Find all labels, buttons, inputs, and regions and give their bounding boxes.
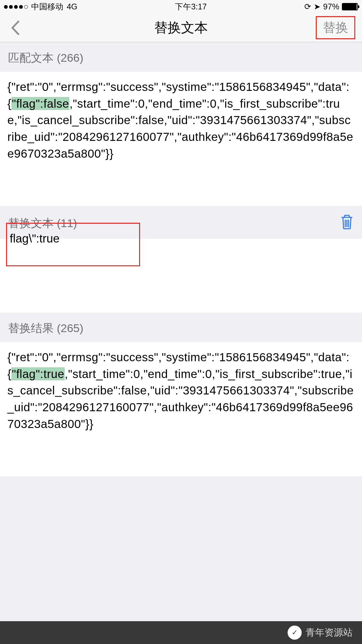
carrier-label: 中国移动 [31, 1, 63, 12]
result-highlight: "flag":true [11, 367, 65, 380]
status-bar: 中国移动 4G 下午3:17 ⟳ ➤ 97% [0, 0, 362, 13]
nav-bar: 替换文本 替换 [0, 13, 362, 42]
replace-input-area: flag\":true [0, 239, 362, 313]
wechat-icon: ✓ [288, 626, 302, 640]
match-highlight: "flag":false [11, 97, 69, 110]
result-section-header: 替换结果 (265) [0, 313, 362, 342]
replace-button[interactable]: 替换 [316, 16, 355, 39]
orientation-lock-icon: ⟳ [304, 2, 311, 11]
nav-title: 替换文本 [154, 18, 208, 37]
status-left: 中国移动 4G [4, 1, 77, 12]
chevron-left-icon [10, 20, 20, 36]
footer-bar: ✓ 青年资源站 [0, 621, 362, 644]
status-time: 下午3:17 [175, 1, 207, 12]
network-label: 4G [67, 2, 77, 11]
replace-input-value: flag\":true [10, 232, 60, 245]
location-icon: ➤ [314, 2, 320, 11]
battery-icon [342, 3, 358, 10]
result-header-label: 替换结果 (265) [8, 321, 83, 336]
trash-icon [340, 214, 354, 230]
status-right: ⟳ ➤ 97% [304, 2, 358, 11]
battery-pct: 97% [323, 2, 339, 11]
signal-icon [4, 5, 28, 9]
replace-input[interactable]: flag\":true [6, 223, 140, 266]
back-button[interactable] [7, 19, 23, 36]
match-text-content[interactable]: {"ret":"0","errmsg":"success","systime":… [0, 72, 362, 206]
match-header-label: 匹配文本 (266) [8, 50, 83, 66]
footer-label: 青年资源站 [306, 626, 353, 639]
result-text-content[interactable]: {"ret":"0","errmsg":"success","systime":… [0, 342, 362, 476]
match-section-header: 匹配文本 (266) [0, 42, 362, 72]
delete-button[interactable] [340, 214, 354, 233]
